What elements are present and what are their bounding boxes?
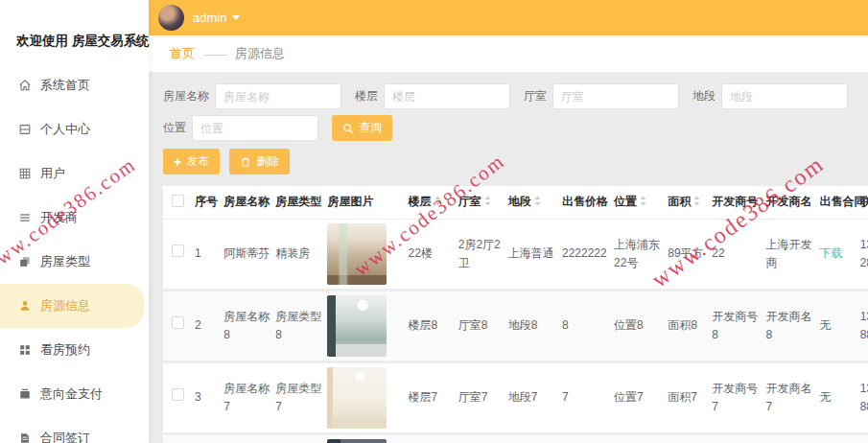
user-avatar[interactable] (158, 5, 184, 31)
cell-house-type: 房屋类型8 (272, 290, 324, 361)
sidebar-item-contract[interactable]: 合同签订 (0, 416, 149, 443)
search-icon (342, 123, 354, 134)
cell-area (665, 433, 709, 443)
cell-phone: 1328 (857, 219, 868, 290)
cell-district: 地段8 (505, 290, 559, 361)
col-house-image: 房屋图片 (324, 186, 405, 219)
sort-icon[interactable] (693, 196, 700, 206)
cell-area: 89平方 (665, 219, 709, 290)
field-rooms: 厅室 (524, 83, 679, 109)
district-input[interactable] (721, 83, 848, 109)
col-floor[interactable]: 楼层 (406, 186, 456, 219)
cell-house-name: 房屋名称7 (221, 361, 272, 433)
cell-house-type: 房屋类型7 (272, 361, 324, 433)
listings-table: 序号 房屋名称 房屋类型 房屋图片 楼层 厅室 地段 出售价格 位置 面积 开发… (163, 186, 868, 443)
sidebar-item-payment[interactable]: 意向金支付 (0, 372, 149, 416)
username: admin (193, 11, 226, 25)
table-header-row: 序号 房屋名称 房屋类型 房屋图片 楼层 厅室 地段 出售价格 位置 面积 开发… (163, 186, 868, 219)
table-row: 2 房屋名称8 房屋类型8 楼层8 厅室8 地段8 8 位置8 面积8 开发商号… (163, 290, 868, 361)
sidebar-item-label: 房屋类型 (40, 253, 90, 270)
sidebar-item-booking[interactable]: 看房预约 (0, 328, 149, 372)
cell-phone: 13 (857, 433, 868, 443)
cell-developer-no: 开发商号7 (709, 361, 762, 433)
breadcrumb-home[interactable]: 首页 (170, 45, 195, 62)
rooms-label: 厅室 (524, 88, 547, 105)
rooms-input[interactable] (552, 83, 679, 109)
sidebar-item-label: 意向金支付 (40, 385, 103, 403)
field-district: 地段 (692, 83, 848, 109)
cell-location: 位置7 (611, 361, 665, 433)
house-photo[interactable] (327, 367, 387, 429)
cell-phone: 1388 (857, 290, 868, 361)
delete-button[interactable]: 删除 (229, 149, 290, 175)
cell-location: 位置8 (611, 290, 665, 361)
col-seq: 序号 (192, 186, 221, 219)
sort-icon[interactable] (484, 196, 491, 206)
sidebar-item-system-home[interactable]: 系统首页 (0, 63, 149, 107)
floor-input[interactable] (384, 83, 510, 109)
sort-icon[interactable] (434, 196, 441, 206)
search-button[interactable]: 查询 (332, 115, 392, 141)
cell-seq (192, 433, 221, 443)
listing-person-icon (18, 299, 32, 313)
chevron-down-icon (232, 15, 240, 20)
cell-seq: 3 (192, 361, 221, 433)
publish-button[interactable]: + 发布 (163, 149, 220, 175)
location-input[interactable] (192, 115, 318, 141)
cell-developer-no: 22 (709, 219, 762, 290)
sidebar-item-listings[interactable]: 房源信息 (0, 284, 144, 328)
col-location[interactable]: 位置 (611, 186, 665, 219)
user-menu[interactable]: admin (193, 11, 240, 25)
cell-floor (406, 433, 456, 443)
col-rooms[interactable]: 厅室 (456, 186, 505, 219)
table-row: 3 房屋名称7 房屋类型7 楼层7 厅室7 地段7 7 位置7 面积7 开发商号… (163, 361, 868, 433)
cell-area: 面积8 (665, 290, 709, 361)
row-checkbox[interactable] (172, 316, 184, 329)
cell-house-type: 房屋类型 (272, 433, 324, 443)
sort-icon[interactable] (534, 196, 541, 206)
table-row: 房屋名称 房屋类型 开发商号 开发商名 13 (163, 433, 868, 443)
cell-seq: 1 (192, 219, 221, 290)
search-form-row-2: 位置 查询 (163, 115, 868, 141)
sidebar-item-profile[interactable]: 个人中心 (0, 107, 149, 152)
cell-floor: 楼层7 (406, 361, 456, 433)
developer-icon (18, 211, 32, 224)
users-icon (18, 167, 32, 180)
main-content: 房屋名称 楼层 厅室 地段 位置 查询 + 发布 (149, 72, 868, 443)
cell-district: 上海普通 (505, 219, 559, 290)
sidebar-item-developer[interactable]: 开发商 (0, 196, 149, 240)
cell-location: 上海浦东22号 (611, 219, 665, 290)
row-checkbox[interactable] (172, 245, 184, 257)
house-photo[interactable] (327, 439, 387, 443)
cell-contract (817, 433, 857, 443)
download-contract-link[interactable]: 下载 (820, 246, 843, 260)
house-name-input[interactable] (215, 83, 341, 109)
cell-developer-no: 开发商号 (709, 433, 762, 443)
location-label: 位置 (163, 120, 186, 136)
cell-contract: 无 (817, 361, 857, 433)
sort-icon[interactable] (640, 196, 646, 206)
cell-floor: 楼层8 (406, 290, 456, 361)
listings-table-wrap: 序号 房屋名称 房屋类型 房屋图片 楼层 厅室 地段 出售价格 位置 面积 开发… (163, 186, 868, 443)
sidebar-item-users[interactable]: 用户 (0, 152, 149, 196)
sidebar-menu: 系统首页 个人中心 用户 开发商 房屋类型 (0, 63, 149, 443)
cell-phone: 1388 (857, 361, 868, 433)
sidebar-item-label: 看房预约 (40, 341, 90, 359)
cell-developer-no: 开发商号8 (709, 290, 762, 361)
col-district[interactable]: 地段 (505, 186, 559, 219)
breadcrumb: 首页 —— 房源信息 (149, 35, 868, 72)
col-contract: 出售合同 (817, 186, 857, 219)
cell-seq: 2 (192, 290, 221, 361)
house-photo[interactable] (327, 295, 387, 357)
col-area[interactable]: 面积 (665, 186, 709, 219)
select-all-checkbox[interactable] (172, 195, 184, 207)
house-photo[interactable] (327, 223, 387, 285)
cell-house-type: 精装房 (272, 219, 324, 290)
row-checkbox[interactable] (172, 388, 184, 401)
plus-icon: + (174, 155, 181, 169)
home-icon (18, 79, 32, 92)
col-house-name: 房屋名称 (221, 186, 272, 219)
cell-developer-name: 开发商名7 (762, 361, 816, 433)
sidebar-item-house-type[interactable]: 房屋类型 (0, 240, 149, 284)
cell-price (559, 433, 611, 443)
